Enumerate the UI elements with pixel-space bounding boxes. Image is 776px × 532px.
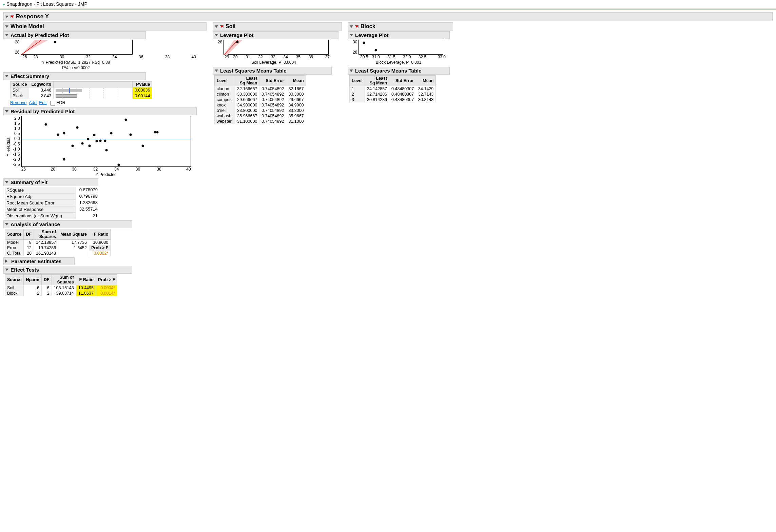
- col-se: Std Error: [259, 76, 286, 86]
- block-leverage-plot[interactable]: 30 28 30.5 31.0 31.5 32.0 32.5 33.0 Bloc…: [353, 40, 453, 65]
- whole-model-title: Whole Model: [11, 23, 44, 29]
- disclosure-icon[interactable]: [350, 70, 353, 72]
- x-tick: 30: [229, 55, 241, 59]
- x-tick: 34: [106, 167, 128, 172]
- block-plot-caption: Block Leverage, P=0.001: [353, 60, 444, 65]
- disclosure-icon[interactable]: [5, 25, 8, 28]
- col-logworth: LogWorth: [29, 82, 54, 87]
- whole-model-header[interactable]: Whole Model: [3, 22, 207, 31]
- residual-header[interactable]: Residual by Predicted Plot: [3, 107, 197, 115]
- disclosure-icon[interactable]: [5, 223, 8, 225]
- remove-link[interactable]: Remove: [10, 100, 26, 105]
- effect-tests-table: Source Nparm DF Sum of Squares F Ratio P…: [5, 274, 117, 296]
- residual-plot[interactable]: Y Residual 2.0 1.5 1.0 0.5 0.0 -0.5 -1.0…: [5, 116, 207, 177]
- table-row: 232.7142860.4848030732.7143: [350, 92, 436, 97]
- svg-point-19: [117, 163, 120, 166]
- x-tick: 36: [128, 55, 154, 59]
- block-header[interactable]: Block: [348, 22, 453, 31]
- table-row: Root Mean Square Error1.282668: [5, 200, 207, 206]
- svg-point-8: [71, 144, 74, 147]
- effect-summary-header[interactable]: Effect Summary: [3, 72, 146, 80]
- soil-title: Soil: [226, 23, 235, 29]
- col-f: F Ratio: [89, 229, 110, 239]
- actual-predicted-plot[interactable]: 28 26 26 28 30 32 34 36 38 40 Y Predicte…: [15, 40, 207, 70]
- param-est-header[interactable]: Parameter Estimates: [3, 257, 75, 265]
- actual-predicted-header[interactable]: Actual by Predicted Plot: [3, 31, 146, 39]
- disclosure-icon[interactable]: [5, 269, 8, 271]
- svg-point-21: [129, 133, 132, 136]
- col-ss: Sum of Squares: [34, 229, 58, 239]
- x-tick: 33.0: [430, 55, 446, 59]
- col-bar: [54, 82, 133, 87]
- table-row: webster31.1000000.7405489231.1000: [215, 119, 306, 124]
- x-tick: 28: [42, 167, 64, 172]
- disclosure-icon[interactable]: [5, 34, 8, 36]
- svg-point-6: [63, 132, 65, 134]
- y-tick: -1.5: [13, 152, 20, 157]
- disclosure-icon[interactable]: [350, 34, 353, 36]
- svg-point-17: [105, 149, 108, 151]
- svg-marker-25: [224, 40, 242, 55]
- y-tick: 28: [353, 50, 357, 55]
- red-triangle-icon[interactable]: [11, 16, 14, 18]
- y-tick: -2.5: [13, 162, 20, 167]
- svg-point-18: [110, 132, 112, 134]
- plot-caption: PValue=0.0002: [15, 65, 137, 70]
- disclosure-icon[interactable]: [215, 70, 218, 72]
- soil-header[interactable]: Soil: [213, 22, 342, 31]
- x-tick: 32.0: [399, 55, 415, 59]
- table-row: Error1219.742861.6452Prob > F: [5, 245, 111, 251]
- summary-fit-header[interactable]: Summary of Fit: [3, 178, 98, 186]
- svg-point-5: [57, 133, 59, 136]
- x-tick: 35: [292, 55, 305, 59]
- table-row: clinton30.3000000.7405489230.3000: [215, 92, 306, 97]
- x-tick: 28: [22, 55, 49, 59]
- soil-lsm-header[interactable]: Least Squares Means Table: [213, 67, 332, 75]
- edit-link[interactable]: Edit: [39, 100, 46, 105]
- table-row: knox34.9000000.7405489234.9000: [215, 102, 306, 108]
- x-tick: 31.5: [384, 55, 399, 59]
- add-link[interactable]: Add: [29, 100, 37, 105]
- red-triangle-icon[interactable]: [220, 25, 224, 28]
- x-tick: 36: [305, 55, 317, 59]
- block-leverage-header[interactable]: Leverage Plot: [348, 31, 450, 39]
- x-tick: 33: [267, 55, 279, 59]
- soil-svg: [224, 40, 329, 55]
- table-row: o'neill33.8000000.7405489233.8000: [215, 108, 306, 113]
- disclosure-closed-icon[interactable]: [5, 259, 9, 263]
- soil-leverage-plot[interactable]: 28 29 30 31 32 33 34 35 36 37 Soil Lever…: [218, 40, 342, 65]
- svg-point-9: [76, 126, 78, 129]
- col-nparm: Nparm: [24, 274, 42, 285]
- block-lsm-header[interactable]: Least Squares Means Table: [348, 67, 450, 75]
- response-header[interactable]: Response Y: [3, 12, 773, 21]
- disclosure-icon[interactable]: [215, 34, 218, 36]
- svg-point-2: [54, 41, 56, 43]
- y-tick: -1.0: [13, 147, 20, 152]
- y-tick: 0.0: [13, 136, 20, 141]
- table-row[interactable]: Soil 3.446 0.00036: [11, 87, 152, 93]
- disclosure-icon[interactable]: [350, 25, 353, 28]
- table-row: Mean of Response32.55714: [5, 206, 207, 213]
- disclosure-icon[interactable]: [5, 75, 8, 77]
- param-est-title: Parameter Estimates: [11, 258, 61, 264]
- disclosure-icon[interactable]: [215, 25, 218, 28]
- x-tick: 38: [149, 167, 170, 172]
- plot-svg: [21, 40, 133, 55]
- fdr-checkbox[interactable]: [51, 101, 55, 105]
- anova-header[interactable]: Analysis of Variance: [3, 220, 132, 228]
- svg-marker-0: [21, 40, 48, 55]
- x-tick: 32: [254, 55, 267, 59]
- x-tick: 32: [75, 55, 101, 59]
- red-triangle-icon[interactable]: [355, 25, 358, 28]
- disclosure-icon[interactable]: [5, 181, 8, 183]
- app-icon: ▸: [3, 1, 5, 7]
- table-row: 134.1428570.4848030734.1429: [350, 86, 436, 92]
- disclosure-icon[interactable]: [5, 110, 8, 113]
- soil-leverage-header[interactable]: Leverage Plot: [213, 31, 338, 39]
- x-tick: 32: [85, 167, 106, 172]
- disclosure-icon[interactable]: [5, 16, 8, 18]
- effect-tests-header[interactable]: Effect Tests: [3, 266, 132, 274]
- block-lsm-table: Level Least Sq Mean Std Error Mean 134.1…: [349, 75, 436, 102]
- block-svg: [359, 40, 444, 55]
- table-row[interactable]: Block 2.843 0.00144: [11, 93, 152, 99]
